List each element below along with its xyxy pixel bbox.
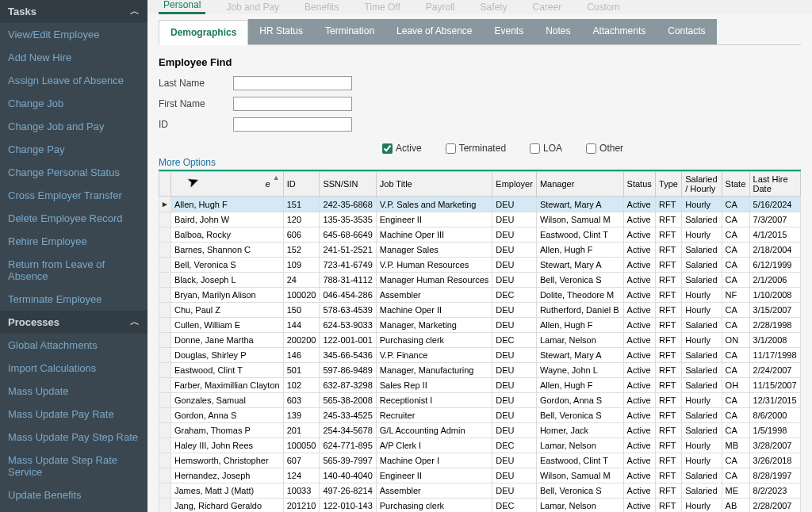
column-header[interactable]: Manager bbox=[536, 172, 623, 197]
task-item[interactable]: Change Pay bbox=[0, 138, 147, 161]
table-row[interactable]: James, Matt J (Matt)10033497-26-8214Asse… bbox=[159, 483, 801, 499]
table-row[interactable]: Chu, Paul Z150578-63-4539Machine Oper II… bbox=[159, 303, 801, 318]
sub-tab[interactable]: Termination bbox=[314, 19, 385, 44]
process-item[interactable]: Mass Update bbox=[0, 380, 147, 403]
task-item[interactable]: Delete Employee Record bbox=[0, 207, 147, 230]
cell: Hourly bbox=[682, 227, 722, 243]
top-tab[interactable]: Safety bbox=[475, 2, 511, 14]
task-item[interactable]: Add New Hire bbox=[0, 46, 147, 69]
tasks-header[interactable]: Tasks ︿ bbox=[0, 0, 147, 23]
process-item[interactable]: Update E-mail Addresses bbox=[0, 506, 147, 512]
cell: 645-68-6649 bbox=[320, 227, 376, 243]
top-tab[interactable]: Career bbox=[528, 2, 567, 14]
cell: Eastwood, Clint T bbox=[536, 453, 623, 468]
task-item[interactable]: Change Job bbox=[0, 92, 147, 115]
process-item[interactable]: Mass Update Pay Rate bbox=[0, 403, 147, 426]
table-row[interactable]: Hemsworth, Christopher607565-39-7997Mach… bbox=[159, 453, 801, 468]
cell: 102 bbox=[283, 378, 320, 393]
process-item[interactable]: Mass Update Pay Step Rate bbox=[0, 426, 147, 449]
table-row[interactable]: ▸Allen, Hugh F151242-35-6868V.P. Sales a… bbox=[159, 197, 801, 212]
table-row[interactable]: Black, Joseph L24788-31-4112Manager Huma… bbox=[159, 273, 801, 288]
column-header[interactable]: SSN/SIN bbox=[320, 172, 376, 197]
lastname-input[interactable] bbox=[233, 76, 352, 90]
top-tab[interactable]: Benefits bbox=[300, 2, 343, 14]
table-row[interactable]: Eastwood, Clint T501597-86-9489Manager, … bbox=[159, 363, 801, 378]
row-header bbox=[159, 333, 171, 348]
employee-find-title: Employee Find bbox=[159, 56, 801, 68]
sub-tab[interactable]: Demographics bbox=[159, 20, 248, 45]
process-item[interactable]: Update Benefits bbox=[0, 483, 147, 506]
table-row[interactable]: Gordon, Anna S139245-33-4525RecruiterDEU… bbox=[159, 408, 801, 423]
column-header[interactable]: e▲ bbox=[171, 172, 284, 197]
filter-other[interactable]: Other bbox=[586, 143, 623, 154]
sub-tab[interactable]: Contacts bbox=[657, 19, 716, 44]
cell: Gordon, Anna S bbox=[171, 408, 284, 423]
column-header[interactable]: Last Hire Date bbox=[749, 172, 800, 197]
row-header bbox=[159, 423, 171, 438]
top-tab[interactable]: Personal bbox=[159, 0, 205, 14]
filter-other-checkbox[interactable] bbox=[586, 143, 596, 154]
table-row[interactable]: Cullen, William E144624-53-9033Manager, … bbox=[159, 318, 801, 333]
filter-terminated-checkbox[interactable] bbox=[446, 143, 456, 154]
filter-loa[interactable]: LOA bbox=[530, 143, 562, 154]
table-row[interactable]: Bryan, Marilyn Alison100020046-454-286As… bbox=[159, 288, 801, 303]
sub-tab[interactable]: Attachments bbox=[582, 19, 657, 44]
firstname-input[interactable] bbox=[233, 97, 352, 111]
column-header[interactable]: Status bbox=[623, 172, 655, 197]
column-header[interactable]: Salaried / Hourly bbox=[682, 172, 722, 197]
filter-active-checkbox[interactable] bbox=[382, 143, 393, 154]
cell: 565-38-2008 bbox=[320, 393, 376, 408]
task-item[interactable]: Return from Leave of Absence bbox=[0, 253, 147, 288]
table-row[interactable]: Barnes, Shannon C152241-51-2521Manager S… bbox=[159, 243, 801, 258]
task-item[interactable]: View/Edit Employee bbox=[0, 23, 147, 46]
top-tab[interactable]: Time Off bbox=[359, 2, 404, 14]
task-item[interactable]: Change Personal Status bbox=[0, 161, 147, 184]
table-row[interactable]: Bell, Veronica S109723-41-6749V.P. Human… bbox=[159, 258, 801, 273]
process-item[interactable]: Global Attachments bbox=[0, 334, 147, 357]
process-item[interactable]: Import Calculations bbox=[0, 357, 147, 380]
table-row[interactable]: Donne, Jane Martha200200122-001-001Purch… bbox=[159, 333, 801, 348]
table-row[interactable]: Farber, Maximillian Clayton102632-87-329… bbox=[159, 378, 801, 393]
task-item[interactable]: Cross Employer Transfer bbox=[0, 184, 147, 207]
processes-header[interactable]: Processes ︿ bbox=[0, 311, 147, 334]
process-item[interactable]: Mass Update Step Rate Service bbox=[0, 449, 147, 483]
column-header[interactable]: Job Title bbox=[376, 172, 492, 197]
table-row[interactable]: Haley III, John Rees100050624-771-895A/P… bbox=[159, 438, 801, 453]
task-item[interactable]: Assign Leave of Absence bbox=[0, 69, 147, 92]
sub-tab[interactable]: Notes bbox=[534, 19, 581, 44]
cell: 151 bbox=[283, 197, 320, 212]
column-header[interactable]: Employer bbox=[492, 172, 537, 197]
cell: Active bbox=[623, 303, 655, 318]
top-tab[interactable]: Payroll bbox=[421, 2, 460, 14]
filter-terminated[interactable]: Terminated bbox=[446, 143, 506, 154]
top-tab[interactable]: Custom bbox=[582, 2, 624, 14]
table-row[interactable]: Hernandez, Joseph124140-40-4040Engineer … bbox=[159, 468, 801, 483]
table-row[interactable]: Baird, John W120135-35-3535Engineer IIDE… bbox=[159, 212, 801, 227]
top-tab[interactable]: Job and Pay bbox=[221, 2, 284, 14]
task-item[interactable]: Change Job and Pay bbox=[0, 115, 147, 138]
row-header bbox=[159, 408, 171, 423]
more-options-link[interactable]: More Options bbox=[147, 157, 812, 170]
column-header[interactable]: Type bbox=[656, 172, 682, 197]
column-header[interactable] bbox=[159, 172, 171, 197]
cell: CA bbox=[722, 423, 749, 438]
sub-tab[interactable]: Leave of Absence bbox=[385, 19, 483, 44]
cell: DEU bbox=[492, 393, 537, 408]
row-header bbox=[159, 273, 171, 288]
table-row[interactable]: Jang, Richard Geraldo201210122-010-143Pu… bbox=[159, 499, 801, 513]
filter-active[interactable]: Active bbox=[382, 143, 422, 154]
column-header[interactable]: ID bbox=[283, 172, 320, 197]
task-item[interactable]: Terminate Employee bbox=[0, 288, 147, 311]
sort-asc-icon: ▲ bbox=[273, 174, 280, 181]
table-row[interactable]: Graham, Thomas P201254-34-5678G/L Accoun… bbox=[159, 423, 801, 438]
column-header[interactable]: State bbox=[722, 172, 749, 197]
table-row[interactable]: Douglas, Shirley P146345-66-5436V.P. Fin… bbox=[159, 348, 801, 363]
table-row[interactable]: Gonzales, Samual603565-38-2008Receptioni… bbox=[159, 393, 801, 408]
task-item[interactable]: Rehire Employee bbox=[0, 230, 147, 253]
sub-tab[interactable]: HR Status bbox=[248, 19, 314, 44]
cell: DEC bbox=[492, 288, 537, 303]
table-row[interactable]: Balboa, Rocky606645-68-6649Machine Oper … bbox=[159, 227, 801, 243]
sub-tab[interactable]: Events bbox=[484, 19, 535, 44]
id-input[interactable] bbox=[233, 117, 352, 132]
filter-loa-checkbox[interactable] bbox=[530, 143, 540, 154]
